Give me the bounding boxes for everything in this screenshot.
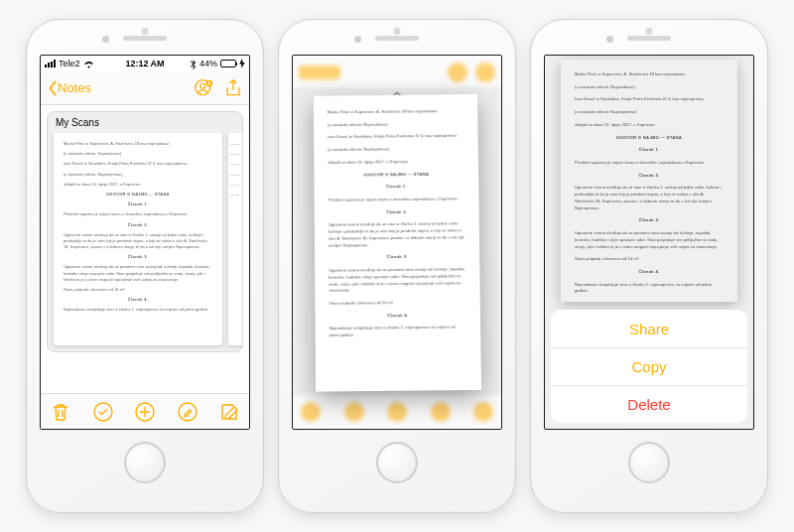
copy-button[interactable]: Copy bbox=[551, 347, 747, 385]
status-time: 12:12 AM bbox=[41, 59, 249, 68]
thumbnail-row: Marko Perić iz Koprivnice, A. Starčevića… bbox=[48, 133, 242, 351]
home-button[interactable] bbox=[628, 442, 670, 483]
screen-2: Marko Perić iz Koprivnice, A. Starčevića… bbox=[292, 55, 502, 430]
svg-point-3 bbox=[94, 403, 112, 421]
pen-circle-icon[interactable] bbox=[176, 400, 199, 424]
check-circle-icon[interactable] bbox=[91, 400, 115, 424]
chevron-left-icon bbox=[47, 80, 58, 96]
back-label: Notes bbox=[58, 80, 91, 95]
battery-icon bbox=[220, 60, 236, 67]
home-button[interactable] bbox=[124, 442, 166, 483]
screen-1: Tele2 12:12 AM 44% Notes bbox=[40, 55, 250, 430]
delete-button[interactable]: Delete bbox=[551, 385, 747, 423]
plus-circle-icon[interactable] bbox=[133, 400, 157, 424]
screen-3: Marko Perić iz Koprivnice, A. Starčevića… bbox=[544, 55, 754, 430]
phone-3-action-sheet: Marko Perić iz Koprivnice, A. Starčevića… bbox=[530, 19, 768, 513]
action-sheet: Share Copy Delete bbox=[551, 310, 747, 423]
scan-thumbnail-2[interactable]: — —— —— —— —— —— — bbox=[228, 133, 242, 345]
bottom-toolbar bbox=[41, 393, 249, 429]
note-body[interactable]: My Scans Marko Perić iz Koprivnice, A. S… bbox=[41, 105, 249, 393]
scanned-document-page[interactable]: Marko Perić iz Koprivnice, A. Starčevića… bbox=[314, 94, 481, 392]
scan-attachment-card[interactable]: My Scans Marko Perić iz Koprivnice, A. S… bbox=[47, 111, 243, 352]
home-button[interactable] bbox=[376, 442, 418, 483]
scan-preview-overlay[interactable]: Marko Perić iz Koprivnice, A. Starčevića… bbox=[293, 56, 501, 429]
action-sheet-group: Share Copy Delete bbox=[551, 310, 747, 423]
svg-point-1 bbox=[200, 83, 205, 88]
status-bar: Tele2 12:12 AM 44% bbox=[41, 56, 249, 71]
share-icon[interactable] bbox=[223, 78, 243, 98]
phone-1-notes-editor: Tele2 12:12 AM 44% Notes bbox=[26, 19, 264, 513]
share-button[interactable]: Share bbox=[551, 310, 747, 347]
nav-bar: Notes bbox=[41, 71, 249, 105]
phone-2-scan-preview: Marko Perić iz Koprivnice, A. Starčevića… bbox=[278, 19, 516, 513]
back-button[interactable]: Notes bbox=[47, 80, 91, 96]
person-add-icon[interactable] bbox=[194, 78, 213, 98]
trash-icon[interactable] bbox=[49, 400, 72, 424]
chevron-up-icon[interactable] bbox=[388, 85, 406, 93]
compose-icon[interactable] bbox=[217, 400, 241, 424]
attachment-title: My Scans bbox=[48, 112, 242, 133]
scan-thumbnail-1[interactable]: Marko Perić iz Koprivnice, A. Starčevića… bbox=[54, 133, 222, 345]
